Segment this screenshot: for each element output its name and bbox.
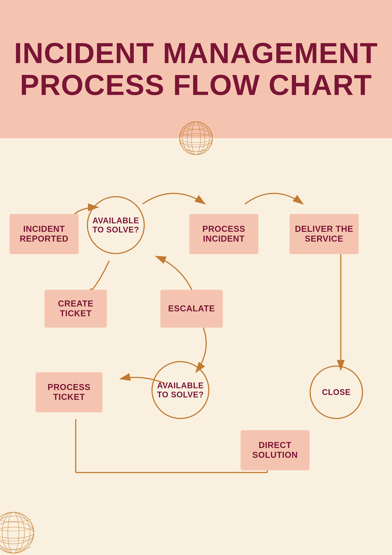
process-ticket-node: PROCESS TICKET: [36, 372, 102, 412]
flow-section: INCIDENT REPORTED AVAILABLE TO SOLVE? PR…: [0, 138, 392, 555]
svg-point-3: [179, 125, 213, 152]
create-ticket-node: CREATE TICKET: [44, 290, 107, 328]
svg-point-5: [187, 122, 205, 155]
svg-point-16: [0, 516, 34, 549]
svg-point-2: [179, 129, 213, 147]
deliver-service-node: DELIVER THE SERVICE: [290, 214, 359, 254]
svg-point-13: [0, 512, 34, 553]
direct-solution-node: DIRECT SOLUTION: [241, 430, 310, 470]
globe-top-decoration: [178, 120, 214, 156]
available-to-solve-1-node: AVAILABLE TO SOLVE?: [87, 196, 145, 254]
incident-reported-node: INCIDENT REPORTED: [10, 214, 79, 254]
header-section: INCIDENT MANAGEMENT PROCESS FLOW CHART: [0, 0, 392, 138]
close-node: CLOSE: [310, 365, 363, 419]
svg-point-4: [192, 122, 200, 155]
svg-point-14: [0, 527, 34, 538]
escalate-node: ESCALATE: [160, 290, 223, 328]
svg-point-17: [8, 512, 19, 553]
svg-point-18: [2, 512, 24, 553]
available-to-solve-2-node: AVAILABLE TO SOLVE?: [151, 361, 209, 419]
svg-point-19: [0, 512, 30, 553]
globe-bottom-decoration: [0, 511, 36, 555]
svg-point-0: [179, 122, 213, 155]
process-incident-node: PROCESS INCIDENT: [189, 214, 258, 254]
flow-arrows: [0, 138, 392, 555]
svg-point-1: [179, 134, 213, 143]
page-title: INCIDENT MANAGEMENT PROCESS FLOW CHART: [0, 37, 392, 101]
svg-point-6: [183, 122, 209, 155]
